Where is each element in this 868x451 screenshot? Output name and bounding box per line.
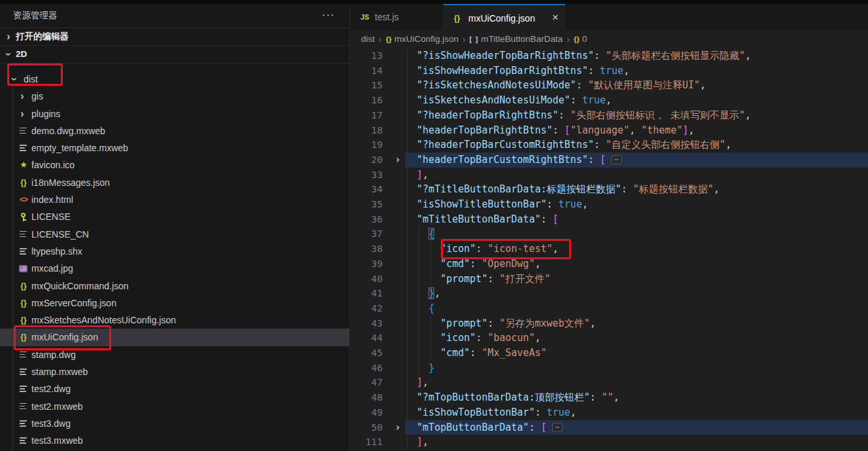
- code-text[interactable]: ],: [405, 435, 428, 450]
- code-line-43[interactable]: 43 "prompt": "另存为mxweb文件",: [351, 316, 868, 331]
- tree-item-plugins[interactable]: ›plugins: [0, 105, 349, 122]
- tree-item-test2.dwg[interactable]: test2.dwg: [0, 380, 349, 397]
- tree-item-mxServerConfig.json[interactable]: {}mxServerConfig.json: [0, 295, 349, 312]
- code-line-39[interactable]: 39 "cmd": "OpenDwg",: [351, 257, 868, 272]
- workspace-section-header[interactable]: › 2D: [0, 46, 349, 63]
- tree-item-index.html[interactable]: <>index.html: [0, 191, 349, 208]
- breadcrumb-item-mxUiConfig.json[interactable]: {}mxUiConfig.json: [386, 34, 459, 44]
- tree-item-stamp.dwg[interactable]: stamp.dwg: [0, 346, 349, 363]
- code-text[interactable]: "headerTopBarCustomRightBtns": [⋯: [405, 153, 622, 168]
- code-text[interactable]: "headerTopBarRightBtns": ["language", "t…: [405, 123, 695, 138]
- code-text[interactable]: ],: [405, 168, 428, 183]
- code-line-44[interactable]: 44 "icon": "baocun",: [351, 331, 868, 346]
- code-line-40[interactable]: 40 "prompt": "打开文件": [351, 272, 868, 287]
- code-editor[interactable]: 13 "?isShowHeaderTopBarRightBtns": "头部标题…: [351, 48, 868, 451]
- code-text[interactable]: "mTitleButtonBarData": [: [405, 212, 559, 227]
- code-line-42[interactable]: 42 {: [351, 301, 868, 316]
- code-line-46[interactable]: 46 }: [351, 361, 868, 376]
- more-actions-icon[interactable]: ···: [322, 4, 335, 26]
- close-icon[interactable]: ×: [552, 5, 559, 30]
- tree-item-LICENSE_CN[interactable]: LICENSE_CN: [0, 226, 349, 243]
- code-text[interactable]: "prompt": "另存为mxweb文件",: [405, 316, 596, 331]
- token: [405, 183, 417, 195]
- tab-mxUiConfig.json[interactable]: {}mxUiConfig.json×: [443, 4, 565, 30]
- fold-chevron-icon[interactable]: ›: [394, 154, 402, 165]
- code-text[interactable]: "?mTitleButtonBarData:标题按钮栏数据": "标题按钮栏数据…: [405, 182, 720, 197]
- fold-chevron-icon[interactable]: ›: [394, 422, 402, 433]
- tree-item-demo.dwg.mxweb[interactable]: demo.dwg.mxweb: [0, 122, 349, 139]
- code-text[interactable]: "?headerTopBarCustomRightBtns": "自定义头部右侧…: [405, 137, 731, 153]
- code-line-16[interactable]: 16 "isSketchesAndNotesUiMode": true,: [351, 93, 868, 108]
- code-text[interactable]: "?headerTopBarRightBtns": "头部右侧按钮标识， 未填写…: [405, 108, 751, 123]
- code-line-14[interactable]: 14 "isShowHeaderTopBarRightBtns": true,: [351, 63, 868, 79]
- tree-item-mxQuickCommand.json[interactable]: {}mxQuickCommand.json: [0, 278, 349, 295]
- tree-item-label: test3.dwg: [31, 415, 71, 432]
- code-line-15[interactable]: 15 "?isSketchesAndNotesUiMode": "默认使用草图与…: [351, 78, 868, 93]
- code-line-49[interactable]: 49 "isShowTopButtonBar": true,: [351, 405, 868, 420]
- tree-item-gis[interactable]: ›gis: [0, 88, 349, 105]
- code-text[interactable]: "isSketchesAndNotesUiMode": true,: [405, 93, 612, 108]
- json-file-icon: {}: [18, 281, 29, 291]
- token: [405, 139, 417, 151]
- code-text[interactable]: "isShowTopButtonBar": true,: [405, 405, 576, 420]
- code-line-48[interactable]: 48 "?mTopButtonBarData:顶部按钮栏": "",: [351, 390, 868, 405]
- tree-item-mxSketchesAndNotesUiConfig.json[interactable]: {}mxSketchesAndNotesUiConfig.json: [0, 312, 349, 329]
- code-text[interactable]: "?isSketchesAndNotesUiMode": "默认使用草图与注释U…: [405, 78, 706, 93]
- code-line-33[interactable]: 33 ],: [351, 168, 868, 183]
- code-line-18[interactable]: 18 "headerTopBarRightBtns": ["language",…: [351, 123, 868, 138]
- breadcrumb-item-mTitleButtonBarData[interactable]: [ ]mTitleButtonBarData: [470, 34, 563, 44]
- tree-item-mxcad.jpg[interactable]: mxcad.jpg: [0, 260, 349, 277]
- token: "头部标题栏右侧按钮显示隐藏": [606, 50, 745, 62]
- code-text[interactable]: ],: [405, 375, 428, 390]
- tree-item-test3.dwg[interactable]: test3.dwg: [0, 415, 349, 432]
- breadcrumb-item-0[interactable]: {}0: [574, 34, 587, 44]
- code-line-17[interactable]: 17 "?headerTopBarRightBtns": "头部右侧按钮标识， …: [351, 108, 868, 123]
- code-line-34[interactable]: 34 "?mTitleButtonBarData:标题按钮栏数据": "标题按钮…: [351, 182, 868, 197]
- code-line-47[interactable]: 47 ],: [351, 375, 868, 390]
- code-line-19[interactable]: 19 "?headerTopBarCustomRightBtns": "自定义头…: [351, 137, 868, 153]
- code-text[interactable]: "icon": "baocun",: [405, 331, 541, 346]
- code-text[interactable]: }: [405, 361, 434, 376]
- folded-region-icon[interactable]: ⋯: [552, 423, 563, 432]
- code-line-36[interactable]: 36 "mTitleButtonBarData": [: [351, 212, 868, 227]
- code-text[interactable]: {: [405, 226, 434, 242]
- code-text[interactable]: "prompt": "打开文件": [405, 272, 551, 287]
- tree-item-i18nMessages.json[interactable]: {}i18nMessages.json: [0, 174, 349, 191]
- tree-item-test2.mxweb[interactable]: test2.mxweb: [0, 398, 349, 415]
- code-text[interactable]: "cmd": "Mx_SaveAs": [405, 346, 547, 361]
- tree-item-test3.mxweb[interactable]: test3.mxweb: [0, 432, 349, 449]
- code-text[interactable]: "mTopButtonBarData": [⋯: [405, 420, 563, 435]
- code-line-13[interactable]: 13 "?isShowHeaderTopBarRightBtns": "头部标题…: [351, 48, 868, 63]
- code-line-38[interactable]: 38 "icon": "icon-test",: [351, 242, 868, 257]
- tree-item-dist[interactable]: ›dist: [0, 71, 349, 88]
- tree-item-stamp.mxweb[interactable]: stamp.mxweb: [0, 363, 349, 380]
- open-editors-section-header[interactable]: › 打开的编辑器: [0, 28, 349, 46]
- code-line-45[interactable]: 45 "cmd": "Mx_SaveAs": [351, 346, 868, 361]
- code-line-50[interactable]: 50› "mTopButtonBarData": [⋯: [351, 420, 868, 435]
- code-line-35[interactable]: 35 "isShowTitleButtonBar": true,: [351, 197, 868, 212]
- code-text[interactable]: "?mTopButtonBarData:顶部按钮栏": "",: [405, 390, 619, 405]
- code-text[interactable]: "isShowHeaderTopBarRightBtns": true,: [405, 63, 629, 79]
- token: [405, 317, 440, 329]
- code-text[interactable]: "isShowTitleButtonBar": true,: [405, 197, 588, 212]
- code-line-41[interactable]: 41 },: [351, 286, 868, 301]
- tree-item-label: mxServerConfig.json: [31, 295, 116, 312]
- code-text[interactable]: {: [405, 301, 434, 316]
- code-text[interactable]: "icon": "icon-test",: [405, 242, 559, 257]
- tree-item-mxUiConfig.json[interactable]: {}mxUiConfig.json: [0, 329, 349, 346]
- code-line-20[interactable]: 20› "headerTopBarCustomRightBtns": [⋯: [351, 153, 868, 168]
- tree-item-ltypeshp.shx[interactable]: ltypeshp.shx: [0, 243, 349, 260]
- code-line-37[interactable]: 37 {: [351, 226, 868, 242]
- token: "头部右侧按钮标识， 未填写则不显示": [570, 109, 745, 121]
- code-line-111[interactable]: 111 ],: [351, 435, 868, 450]
- tree-item-empty_template.mxweb[interactable]: empty_template.mxweb: [0, 139, 349, 156]
- tree-item-favicon.ico[interactable]: ★favicon.ico: [0, 156, 349, 173]
- code-text[interactable]: },: [405, 286, 440, 301]
- code-text[interactable]: "?isShowHeaderTopBarRightBtns": "头部标题栏右侧…: [405, 48, 751, 63]
- tree-item-LICENSE[interactable]: LICENSE: [0, 208, 349, 225]
- folded-region-icon[interactable]: ⋯: [611, 155, 622, 164]
- token: ,: [423, 436, 428, 448]
- breadcrumb-item-dist[interactable]: dist: [361, 34, 375, 44]
- tab-test.js[interactable]: JStest.js: [350, 4, 443, 30]
- code-text[interactable]: "cmd": "OpenDwg",: [405, 257, 541, 272]
